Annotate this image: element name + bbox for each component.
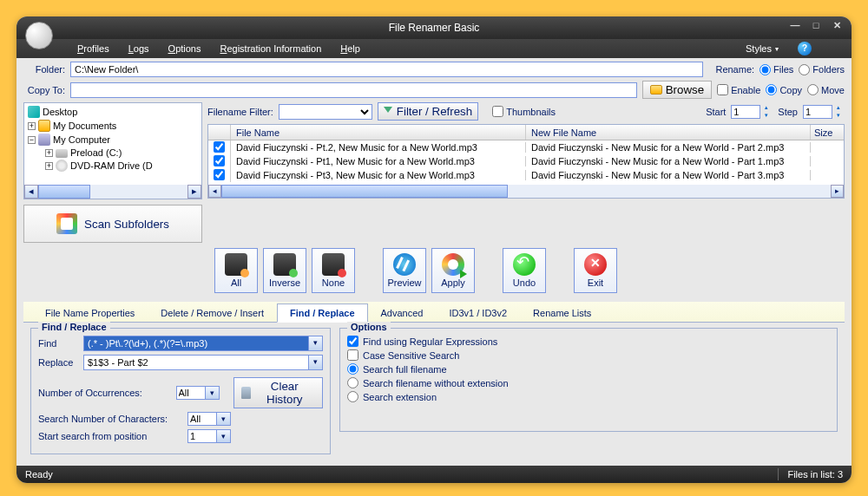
thumbnails-checkbox[interactable]: Thumbnails [492,106,556,117]
cell-newname: David Fiuczynski - New Music for a New W… [526,142,811,153]
collapse-icon[interactable]: − [28,136,36,144]
enable-checkbox[interactable]: Enable [717,84,760,95]
dropdown-icon[interactable]: ▾ [309,336,323,351]
scroll-left-icon[interactable]: ◂ [208,185,221,198]
status-ready: Ready [25,469,53,480]
undo-icon [513,253,536,276]
menu-help[interactable]: Help [340,43,360,54]
occurrences-label: Number of Occurrences: [38,388,171,398]
cell-filename: David Fiuczynski - Pt1, New Music for a … [231,156,526,166]
scroll-thumb[interactable] [221,185,508,198]
app-icon [25,22,53,49]
tree-preload[interactable]: +Preload (C:) [26,147,200,159]
select-inverse-button[interactable]: Inverse [263,248,306,293]
preview-button[interactable]: Preview [383,248,426,293]
undo-button[interactable]: Undo [503,248,546,293]
trash-icon [241,387,251,399]
row-checkbox[interactable] [214,155,225,166]
filter-refresh-button[interactable]: Filter / Refresh [378,102,478,121]
menu-registration[interactable]: Registration Information [220,43,321,54]
select-all-button[interactable]: All [214,248,258,293]
replace-label: Replace [38,357,78,368]
select-none-button[interactable]: None [312,248,355,293]
copy-radio[interactable]: Copy [766,84,802,95]
col-size-header[interactable]: Size [811,125,844,140]
check-all-header[interactable] [208,125,231,140]
search-full-radio[interactable] [347,363,358,375]
dvd-icon [56,160,68,172]
tree-desktop[interactable]: Desktop [26,105,200,119]
dropdown-icon[interactable]: ▾ [309,355,323,370]
startpos-select[interactable]: ▾ [187,429,231,443]
tab-advanced[interactable]: Advanced [368,303,437,322]
case-checkbox[interactable] [347,349,358,361]
find-input[interactable] [83,336,309,351]
filename-filter-label: Filename Filter: [207,107,273,117]
help-icon[interactable]: ? [798,42,812,55]
find-replace-group: Find / Replace Find ▾ Replace ▾ Number o… [30,328,331,454]
expand-icon[interactable]: + [45,149,53,157]
folder-input[interactable] [70,62,703,77]
start-spinner[interactable]: ▴▾ [731,104,773,120]
folder-label: Folder: [23,64,65,75]
select-inverse-icon [273,253,296,276]
scroll-thumb[interactable] [38,185,90,199]
exit-button[interactable]: Exit [574,248,617,293]
search-noext-radio[interactable] [347,377,358,388]
maximize-button[interactable]: □ [810,20,822,32]
menu-profiles[interactable]: Profiles [77,43,109,54]
search-chars-select[interactable]: ▾ [187,412,231,426]
scan-subfolders-button[interactable]: Scan Subfolders [23,205,202,243]
step-label: Step [778,107,798,117]
tree-scrollbar[interactable]: ◂ ▸ [24,185,201,199]
styles-dropdown[interactable]: Styles ▾ [746,43,779,54]
col-filename-header[interactable]: File Name [231,125,526,140]
close-button[interactable]: ✕ [831,20,843,32]
minimize-button[interactable]: — [789,20,801,32]
menu-options[interactable]: Options [168,43,201,54]
tab-find-replace[interactable]: Find / Replace [277,303,368,323]
row-checkbox[interactable] [214,141,225,153]
tab-rename-lists[interactable]: Rename Lists [520,303,604,322]
occurrences-select[interactable]: ▾ [176,386,220,400]
menu-logs[interactable]: Logs [128,43,149,54]
table-row[interactable]: David Fiuczynski - Pt1, New Music for a … [208,154,844,168]
cell-newname: David Fiuczynski - New Music for a New W… [526,156,811,166]
replace-input[interactable] [83,355,309,370]
tree-dvd[interactable]: +DVD-RAM Drive (D [26,159,200,173]
tree-mycomp[interactable]: −My Computer [26,133,200,147]
row-checkbox[interactable] [214,169,225,180]
tab-delete-remove-insert[interactable]: Delete / Remove / Insert [148,303,277,322]
move-radio[interactable]: Move [807,84,845,95]
regex-checkbox[interactable] [347,336,358,347]
file-grid: File Name New File Name Size David Fiucz… [207,124,845,199]
rename-folders-radio[interactable]: Folders [799,64,845,75]
table-row[interactable]: David Fiuczynski - Pt3, New Music for a … [208,168,844,182]
grid-scrollbar[interactable]: ◂ ▸ [208,185,844,198]
table-row[interactable]: David Fiuczynski - Pt.2, New Music for a… [208,140,844,154]
startpos-label: Start search from position [38,431,182,441]
folder-tree[interactable]: Desktop +My Documents −My Computer +Prel… [23,102,202,199]
expand-icon[interactable]: + [45,162,53,170]
copyto-input[interactable] [70,82,637,98]
statusbar: Ready Files in list: 3 [16,466,852,483]
browse-button[interactable]: Browse [642,81,712,99]
tab-id3[interactable]: ID3v1 / ID3v2 [436,303,520,322]
apply-button[interactable]: Apply [431,248,475,293]
scroll-right-icon[interactable]: ▸ [187,185,201,199]
search-chars-label: Search Number of Characters: [38,414,182,424]
scroll-left-icon[interactable]: ◂ [24,185,38,199]
col-newname-header[interactable]: New File Name [526,125,811,140]
expand-icon[interactable]: + [28,122,36,130]
search-ext-radio[interactable] [347,391,358,402]
scroll-right-icon[interactable]: ▸ [831,185,844,198]
step-spinner[interactable]: ▴▾ [803,104,845,120]
start-label: Start [706,107,726,117]
clear-history-button[interactable]: Clear History [233,377,323,408]
preview-icon [393,253,416,276]
rename-files-radio[interactable]: Files [760,64,793,75]
tree-mydocs[interactable]: +My Documents [26,119,200,133]
filename-filter-select[interactable] [279,104,372,120]
tab-filename-properties[interactable]: File Name Properties [32,303,148,322]
cell-newname: David Fiuczynski - New Music for a New W… [526,170,811,180]
